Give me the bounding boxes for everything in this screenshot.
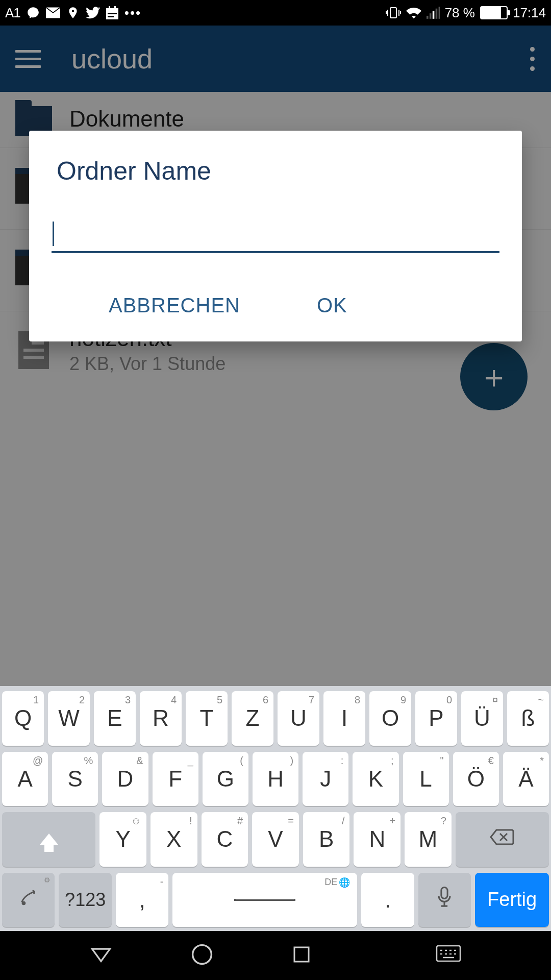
key-k[interactable]: ;K [353, 752, 398, 806]
svg-rect-6 [390, 8, 396, 18]
key-u[interactable]: 7U [278, 691, 319, 746]
shift-icon [40, 834, 58, 845]
svg-rect-8 [430, 13, 432, 19]
key-r[interactable]: 4R [140, 691, 182, 746]
folder-name-input[interactable] [52, 211, 499, 253]
key-o[interactable]: 9O [369, 691, 411, 746]
svg-rect-9 [432, 11, 434, 18]
key-q[interactable]: 1Q [2, 691, 44, 746]
statusbar: A1 ••• 78 % 17:14 [0, 0, 551, 26]
svg-rect-17 [294, 947, 309, 962]
key-h[interactable]: )H [253, 752, 298, 806]
microphone-icon [437, 886, 452, 913]
key-s[interactable]: %S [52, 752, 98, 806]
backspace-key[interactable] [456, 812, 549, 867]
key-ä[interactable]: *Ä [503, 752, 549, 806]
svg-rect-18 [437, 946, 460, 961]
vibrate-icon [386, 6, 401, 19]
battery-icon [480, 6, 508, 19]
voice-input-key[interactable] [418, 873, 471, 927]
key-ö[interactable]: €Ö [453, 752, 499, 806]
key-x[interactable]: !X [151, 812, 197, 867]
gear-icon: ⚙ [44, 876, 51, 884]
key-c[interactable]: #C [202, 812, 248, 867]
key-b[interactable]: /B [303, 812, 350, 867]
scrim[interactable] [0, 26, 551, 686]
home-button[interactable] [190, 943, 214, 968]
spacebar-icon [234, 899, 295, 901]
cancel-button[interactable]: ABBRECHEN [109, 294, 240, 317]
svg-rect-15 [441, 888, 447, 899]
enter-key[interactable]: Fertig [475, 873, 549, 927]
comma-key[interactable]: - , [116, 873, 168, 927]
svg-rect-4 [108, 13, 117, 14]
svg-rect-7 [427, 16, 429, 19]
svg-rect-10 [435, 9, 437, 19]
key-n[interactable]: +N [354, 812, 400, 867]
svg-point-14 [21, 901, 26, 905]
key-v[interactable]: =V [252, 812, 299, 867]
space-key[interactable]: DE 🌐 [172, 873, 357, 927]
period-key[interactable]: . [361, 873, 414, 927]
key-z[interactable]: 6Z [232, 691, 273, 746]
statusbar-left: A1 ••• [5, 5, 141, 21]
svg-point-16 [192, 945, 211, 964]
key-i[interactable]: 8I [323, 691, 365, 746]
key-ü[interactable]: ¤Ü [461, 691, 503, 746]
keyboard-toggle-button[interactable] [436, 945, 461, 966]
mail-icon [46, 7, 60, 18]
calendar-icon [106, 6, 118, 19]
more-notifications-icon: ••• [124, 5, 141, 21]
statusbar-right: 78 % 17:14 [386, 5, 546, 21]
svg-rect-11 [438, 7, 439, 19]
key-g[interactable]: (G [203, 752, 248, 806]
key-e[interactable]: 3E [94, 691, 136, 746]
soft-keyboard: 1Q2W3E4R5T6Z7U8I9O0P¤Ü~ß @A%S&D_F(G)H:J;… [0, 686, 551, 931]
backspace-icon [489, 828, 515, 851]
key-d[interactable]: &D [102, 752, 148, 806]
back-button[interactable] [90, 943, 112, 968]
key-y[interactable]: ☺Y [99, 812, 146, 867]
navigation-bar [0, 931, 551, 980]
wifi-icon [406, 7, 421, 19]
key-m[interactable]: ?M [405, 812, 452, 867]
key-l[interactable]: "L [403, 752, 449, 806]
key-j[interactable]: :J [303, 752, 348, 806]
messenger-icon [27, 6, 40, 19]
key-t[interactable]: 5T [186, 691, 228, 746]
signal-icon [427, 7, 440, 19]
key-a[interactable]: @A [2, 752, 48, 806]
svg-rect-3 [114, 6, 116, 9]
twitter-icon [86, 7, 100, 19]
key-f[interactable]: _F [153, 752, 198, 806]
key-ß[interactable]: ~ß [507, 691, 549, 746]
carrier-label: A1 [5, 5, 20, 21]
svg-rect-1 [106, 8, 118, 11]
shift-key[interactable] [2, 812, 95, 867]
svg-rect-2 [109, 6, 110, 9]
key-w[interactable]: 2W [48, 691, 90, 746]
battery-percent: 78 % [445, 5, 475, 21]
new-folder-dialog: Ordner Name ABBRECHEN OK [29, 131, 522, 341]
map-pin-icon [66, 6, 80, 19]
key-p[interactable]: 0P [415, 691, 457, 746]
svg-rect-5 [108, 16, 114, 17]
language-indicator: DE 🌐 [324, 877, 350, 888]
clock-label: 17:14 [513, 5, 546, 21]
symbols-key[interactable]: ?123 [59, 873, 111, 927]
recents-button[interactable] [291, 944, 312, 967]
swipe-icon [17, 886, 40, 914]
dialog-title: Ordner Name [29, 156, 522, 186]
ok-button[interactable]: OK [317, 294, 347, 317]
swipe-input-key[interactable]: ⚙ [2, 873, 55, 927]
